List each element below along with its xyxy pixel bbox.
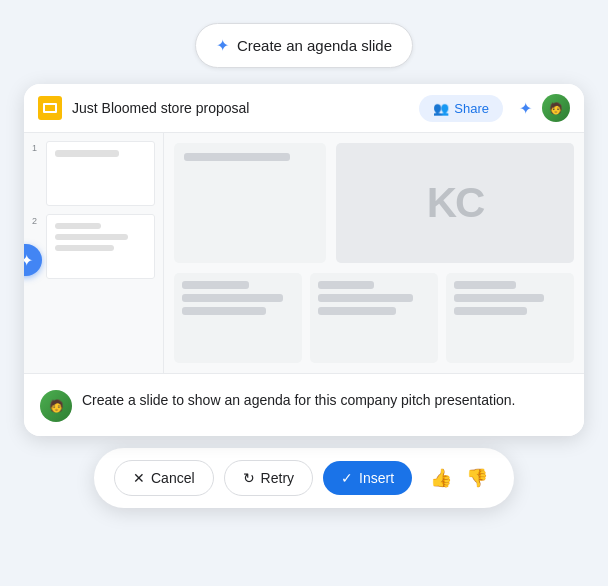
header-sparkle-icon[interactable]: ✦ — [519, 99, 532, 118]
slide-top-row: KC — [174, 143, 574, 263]
slide-2-bar-1 — [55, 223, 101, 229]
main-card: ✦ Just Bloomed store proposal 👥 Share ✦ … — [24, 84, 584, 436]
retry-label: Retry — [261, 470, 294, 486]
insert-label: Insert — [359, 470, 394, 486]
share-button[interactable]: 👥 Share — [419, 95, 503, 122]
ai-user-avatar: 🧑 — [40, 390, 72, 422]
slide-thumb-1[interactable]: 1 — [32, 141, 155, 206]
prompt-chip: ✦ Create an agenda slide — [195, 23, 413, 68]
slide-2-bar-3 — [55, 245, 114, 251]
slide-content-block-1 — [174, 143, 326, 263]
slides-content-area: 1 2 — [24, 133, 584, 373]
feedback-buttons: 👍 👎 — [426, 463, 492, 493]
bottom-bar-1 — [182, 281, 249, 289]
share-people-icon: 👥 — [433, 101, 449, 116]
slides-main-preview: KC — [164, 133, 584, 373]
slide-thumbnail-panel: 1 2 — [24, 133, 164, 373]
action-bar: ✕ Cancel ↻ Retry ✓ Insert 👍 👎 — [94, 448, 514, 508]
bottom-bar-3 — [182, 307, 266, 315]
slide-kc-block: KC — [336, 143, 574, 263]
gemini-sparkle-icon: ✦ — [24, 251, 33, 270]
sparkle-icon: ✦ — [216, 36, 229, 55]
bottom-bar-6 — [318, 307, 396, 315]
ai-avatar-image: 🧑 — [49, 399, 64, 413]
retry-icon: ↻ — [243, 470, 255, 486]
insert-button[interactable]: ✓ Insert — [323, 461, 412, 495]
slides-header: Just Bloomed store proposal 👥 Share ✦ 🧑 — [24, 84, 584, 133]
bottom-bar-4 — [318, 281, 374, 289]
ai-message-text: Create a slide to show an agenda for thi… — [82, 390, 568, 411]
main-container: ✦ Create an agenda slide ✦ Just Bloomed … — [14, 13, 594, 573]
user-avatar: 🧑 — [542, 94, 570, 122]
cancel-icon: ✕ — [133, 470, 145, 486]
slide-preview-1 — [46, 141, 155, 206]
slide-bottom-block-2 — [310, 273, 438, 363]
prompt-text: Create an agenda slide — [237, 37, 392, 54]
bottom-bar-2 — [182, 294, 283, 302]
slides-app-icon — [38, 96, 62, 120]
bottom-bar-7 — [454, 281, 516, 289]
slide-1-title-bar — [55, 150, 119, 157]
cancel-label: Cancel — [151, 470, 195, 486]
cancel-button[interactable]: ✕ Cancel — [114, 460, 214, 496]
slide-preview-2 — [46, 214, 155, 279]
bottom-bar-9 — [454, 307, 527, 315]
thumbs-up-button[interactable]: 👍 — [426, 463, 456, 493]
insert-icon: ✓ — [341, 470, 353, 486]
retry-button[interactable]: ↻ Retry — [224, 460, 313, 496]
bottom-bar-8 — [454, 294, 544, 302]
kc-watermark: KC — [427, 179, 484, 227]
slide-thumb-2[interactable]: 2 — [32, 214, 155, 279]
thumbs-down-icon: 👎 — [466, 468, 488, 488]
slide-bottom-block-3 — [446, 273, 574, 363]
share-label: Share — [454, 101, 489, 116]
slide-number-2: 2 — [32, 216, 42, 226]
content-bar-1 — [184, 153, 290, 161]
slide-number-1: 1 — [32, 143, 42, 153]
slide-2-bar-2 — [55, 234, 128, 240]
slide-bottom-row — [174, 273, 574, 363]
thumbs-up-icon: 👍 — [430, 468, 452, 488]
slides-title: Just Bloomed store proposal — [72, 100, 409, 116]
slides-icon-inner — [43, 103, 57, 113]
thumbs-down-button[interactable]: 👎 — [462, 463, 492, 493]
bottom-bar-5 — [318, 294, 413, 302]
ai-message-panel: 🧑 Create a slide to show an agenda for t… — [24, 373, 584, 436]
slide-bottom-block-1 — [174, 273, 302, 363]
avatar-image: 🧑 — [549, 102, 563, 115]
